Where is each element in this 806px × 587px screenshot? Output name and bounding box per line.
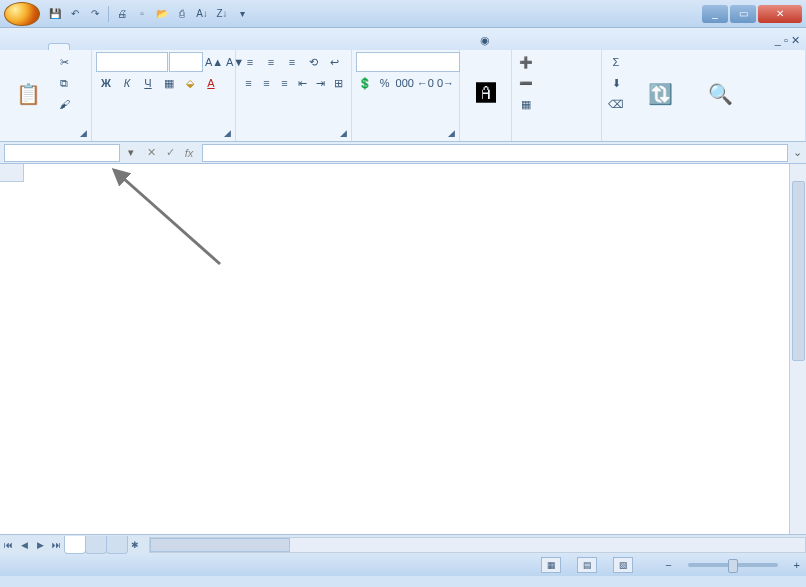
maximize-button[interactable]: ▭ bbox=[730, 5, 756, 23]
horizontal-scrollbar[interactable] bbox=[149, 537, 806, 553]
select-all-button[interactable] bbox=[0, 164, 24, 182]
insert-cells-icon[interactable]: ➕ bbox=[516, 52, 536, 72]
find-select-button[interactable]: 🔍 bbox=[692, 52, 748, 137]
border-icon[interactable]: ▦ bbox=[159, 73, 179, 93]
increase-font-icon[interactable]: A▲ bbox=[204, 52, 224, 72]
font-name-input[interactable] bbox=[96, 52, 168, 72]
print-preview-icon[interactable]: 🖨 bbox=[113, 5, 131, 23]
zoom-slider[interactable] bbox=[688, 563, 778, 567]
orientation-icon[interactable]: ⟲ bbox=[303, 52, 323, 72]
open-icon[interactable]: 📂 bbox=[153, 5, 171, 23]
tab-formulas[interactable] bbox=[114, 43, 136, 50]
expand-formula-bar-icon[interactable]: ⌄ bbox=[788, 146, 806, 159]
sheet-tab-2[interactable] bbox=[85, 536, 107, 554]
close-button[interactable]: ✕ bbox=[758, 5, 802, 23]
office-button[interactable] bbox=[4, 2, 40, 26]
last-sheet-icon[interactable]: ⏭ bbox=[48, 537, 64, 553]
clipboard-launcher-icon[interactable]: ◢ bbox=[77, 127, 89, 139]
align-left-icon[interactable]: ≡ bbox=[240, 73, 257, 93]
tab-insert[interactable] bbox=[70, 43, 92, 50]
sort-filter-button[interactable]: 🔃 bbox=[630, 52, 690, 137]
editing-group-label bbox=[606, 137, 801, 139]
merge-icon[interactable]: ⊞ bbox=[330, 73, 347, 93]
horizontal-scroll-thumb[interactable] bbox=[150, 538, 290, 552]
tab-view[interactable] bbox=[180, 43, 202, 50]
format-cells-icon[interactable]: ▦ bbox=[516, 94, 536, 114]
alignment-launcher-icon[interactable]: ◢ bbox=[337, 127, 349, 139]
number-format-select[interactable] bbox=[356, 52, 460, 72]
qat-dropdown-icon[interactable]: ▾ bbox=[233, 5, 251, 23]
zoom-in-icon[interactable]: + bbox=[794, 559, 800, 571]
title-bar: 💾 ↶ ↷ 🖨 ▫ 📂 ⎙ A↓ Z↓ ▾ _ ▭ ✕ bbox=[0, 0, 806, 28]
vertical-scrollbar[interactable] bbox=[789, 164, 806, 534]
number-group-label bbox=[356, 137, 455, 139]
prev-sheet-icon[interactable]: ◀ bbox=[16, 537, 32, 553]
new-sheet-icon[interactable]: ✱ bbox=[127, 537, 143, 553]
clipboard-group-label bbox=[4, 137, 87, 139]
sort-desc-icon[interactable]: Z↓ bbox=[213, 5, 231, 23]
increase-indent-icon[interactable]: ⇥ bbox=[312, 73, 329, 93]
format-painter-icon[interactable]: 🖌 bbox=[54, 94, 74, 114]
zoom-out-icon[interactable]: − bbox=[665, 559, 671, 571]
underline-icon[interactable]: Ч bbox=[138, 73, 158, 93]
decrease-indent-icon[interactable]: ⇤ bbox=[294, 73, 311, 93]
name-box[interactable] bbox=[4, 144, 120, 162]
increase-decimal-icon[interactable]: ←0 bbox=[416, 73, 435, 93]
align-center-icon[interactable]: ≡ bbox=[258, 73, 275, 93]
spreadsheet-grid[interactable] bbox=[0, 164, 806, 534]
font-color-icon[interactable]: A bbox=[201, 73, 221, 93]
styles-icon: 🅰 bbox=[471, 79, 501, 109]
next-sheet-icon[interactable]: ▶ bbox=[32, 537, 48, 553]
minimize-ribbon-icon[interactable]: _ ▫ ✕ bbox=[769, 31, 806, 50]
percent-icon[interactable]: % bbox=[375, 73, 393, 93]
align-bottom-icon[interactable]: ≡ bbox=[282, 52, 302, 72]
italic-icon[interactable]: К bbox=[117, 73, 137, 93]
currency-icon[interactable]: 💲 bbox=[356, 73, 374, 93]
first-sheet-icon[interactable]: ⏮ bbox=[0, 537, 16, 553]
fx-icon[interactable]: fx bbox=[180, 144, 198, 162]
minimize-button[interactable]: _ bbox=[702, 5, 728, 23]
wrap-text-icon[interactable]: ↩ bbox=[324, 52, 344, 72]
enter-formula-icon[interactable]: ✓ bbox=[161, 144, 179, 162]
normal-view-icon[interactable]: ▦ bbox=[541, 557, 561, 573]
clear-icon[interactable]: ⌫ bbox=[606, 94, 626, 114]
tab-page-layout[interactable] bbox=[92, 43, 114, 50]
copy-icon[interactable]: ⧉ bbox=[54, 73, 74, 93]
sheet-tab-1[interactable] bbox=[64, 536, 86, 554]
quick-print-icon[interactable]: ⎙ bbox=[173, 5, 191, 23]
comma-icon[interactable]: 000 bbox=[395, 73, 415, 93]
tab-home[interactable] bbox=[48, 43, 70, 50]
align-top-icon[interactable]: ≡ bbox=[240, 52, 260, 72]
new-icon[interactable]: ▫ bbox=[133, 5, 151, 23]
page-layout-view-icon[interactable]: ▤ bbox=[577, 557, 597, 573]
align-middle-icon[interactable]: ≡ bbox=[261, 52, 281, 72]
name-box-dropdown-icon[interactable]: ▾ bbox=[124, 146, 138, 159]
fill-icon[interactable]: ⬇ bbox=[606, 73, 626, 93]
font-launcher-icon[interactable]: ◢ bbox=[221, 127, 233, 139]
number-launcher-icon[interactable]: ◢ bbox=[445, 127, 457, 139]
ribbon: 📋 ✂ ⧉ 🖌 ◢ A▲ A▼ Ж К Ч ▦ bbox=[0, 50, 806, 142]
tab-data[interactable] bbox=[136, 43, 158, 50]
cut-icon[interactable]: ✂ bbox=[54, 52, 74, 72]
font-size-input[interactable] bbox=[169, 52, 203, 72]
undo-icon[interactable]: ↶ bbox=[66, 5, 84, 23]
bold-icon[interactable]: Ж bbox=[96, 73, 116, 93]
tab-review[interactable] bbox=[158, 43, 180, 50]
ribbon-tabs: ◉ _ ▫ ✕ bbox=[0, 28, 806, 50]
styles-button[interactable]: 🅰 bbox=[464, 52, 507, 137]
save-icon[interactable]: 💾 bbox=[46, 5, 64, 23]
fill-color-icon[interactable]: ⬙ bbox=[180, 73, 200, 93]
cancel-formula-icon[interactable]: ✕ bbox=[142, 144, 160, 162]
decrease-decimal-icon[interactable]: 0→ bbox=[436, 73, 455, 93]
sort-asc-icon[interactable]: A↓ bbox=[193, 5, 211, 23]
sheet-tab-3[interactable] bbox=[106, 536, 128, 554]
page-break-view-icon[interactable]: ▧ bbox=[613, 557, 633, 573]
help-icon[interactable]: ◉ bbox=[474, 31, 496, 50]
align-right-icon[interactable]: ≡ bbox=[276, 73, 293, 93]
vertical-scroll-thumb[interactable] bbox=[792, 181, 805, 361]
formula-input[interactable] bbox=[202, 144, 788, 162]
paste-button[interactable]: 📋 bbox=[4, 52, 52, 137]
redo-icon[interactable]: ↷ bbox=[86, 5, 104, 23]
delete-cells-icon[interactable]: ➖ bbox=[516, 73, 536, 93]
autosum-icon[interactable]: Σ bbox=[606, 52, 626, 72]
